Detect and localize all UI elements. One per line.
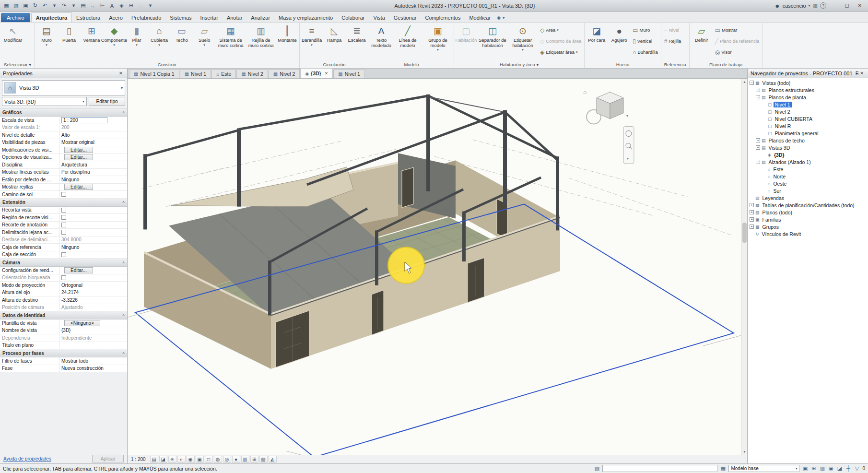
- button-línea-de-modelo[interactable]: ╱Línea de modelo: [393, 24, 422, 60]
- button-ventana[interactable]: ⊞Ventana: [81, 24, 103, 60]
- ribbon-tab-arquitectura[interactable]: Arquitectura: [31, 12, 72, 22]
- section-cámara[interactable]: Cámara˄: [0, 259, 127, 267]
- edit-type-button[interactable]: Editar tipo: [89, 97, 125, 106]
- button-rampa[interactable]: ◺Rampa: [323, 24, 345, 60]
- expander-icon[interactable]: +: [750, 225, 754, 229]
- expander-icon[interactable]: −: [756, 95, 760, 99]
- ribbon-tab-gestionar[interactable]: Gestionar: [389, 13, 421, 22]
- tree-item-grupos[interactable]: +▦Grupos: [748, 223, 868, 230]
- scrollbar-thumb[interactable]: [742, 223, 747, 243]
- section-icon[interactable]: ⊟: [127, 1, 136, 10]
- button-cubierta[interactable]: ⌂Cubierta▾: [148, 24, 170, 60]
- panel-label-referencia[interactable]: Referencia: [662, 61, 688, 68]
- expander-icon[interactable]: +: [756, 138, 760, 142]
- application-menu-icon[interactable]: ▦: [2, 1, 11, 10]
- expander-icon[interactable]: −: [756, 145, 760, 150]
- section-proceso-por-fases[interactable]: Proceso por fases˄: [0, 349, 127, 357]
- expander-icon[interactable]: +: [750, 217, 754, 222]
- tree-item-nivel-r[interactable]: ▢Nivel R: [748, 122, 868, 130]
- checkbox-orientación-bloqueada[interactable]: [61, 275, 66, 280]
- tree-item-tablas-de-planificación-cantidades-todo[interactable]: +▦Tablas de planificación/Cantidades (to…: [748, 201, 868, 209]
- ribbon-tab-colaborar[interactable]: Colaborar: [337, 13, 369, 22]
- button-puerta[interactable]: ▯Puerta: [58, 24, 80, 60]
- worksets-field[interactable]: [602, 465, 717, 472]
- button-separador-de-habitación[interactable]: ◫Separador de habitación: [478, 24, 507, 60]
- temporary-hide-isolate-icon[interactable]: ◎: [223, 456, 231, 463]
- select-pinned-icon[interactable]: ◉: [827, 465, 834, 472]
- scroll-up-icon[interactable]: ▲: [741, 79, 748, 85]
- editable-only-icon[interactable]: ▣: [801, 465, 809, 472]
- tree-item-norte[interactable]: ⌂Norte: [748, 173, 868, 180]
- button-suelo[interactable]: ▱Suelo▾: [193, 24, 215, 60]
- button-rejilla[interactable]: #Rejilla: [662, 35, 683, 47]
- button-vertical[interactable]: ▯Vertical: [631, 35, 660, 47]
- print-icon[interactable]: ▤: [79, 1, 88, 10]
- ribbon-tab-complementos[interactable]: Complementos: [421, 13, 465, 22]
- lock-3d-view-icon[interactable]: ◍: [214, 456, 222, 463]
- ribbon-tab-insertar[interactable]: Insertar: [196, 13, 223, 22]
- view-filter-combo[interactable]: Vista 3D: {3D} ▾: [2, 97, 87, 106]
- default-3d-view-icon[interactable]: ◈: [117, 1, 126, 10]
- button-pilar[interactable]: ▮Pilar▾: [126, 24, 148, 60]
- view-tab-este[interactable]: ⌂Este: [211, 69, 236, 78]
- viewport-scrollbar[interactable]: ▲ ▼: [741, 79, 747, 455]
- tree-item-nivel-cubierta[interactable]: ▢Nivel CUBIERTA: [748, 115, 868, 122]
- button-buhardilla[interactable]: ⌂Buhardilla: [631, 47, 660, 58]
- checkbox-delimitación-lejana-ac[interactable]: [61, 230, 66, 235]
- building-model[interactable]: [128, 95, 741, 389]
- reveal-hidden-elements-icon[interactable]: ●: [232, 456, 240, 463]
- worksets-icon[interactable]: ▧: [593, 465, 600, 472]
- ribbon-tab-anotar[interactable]: Anotar: [223, 13, 246, 22]
- panel-label-plano-de-trabajo[interactable]: Plano de trabajo: [691, 61, 762, 68]
- tree-item-sur[interactable]: ⌂Sur: [748, 187, 868, 194]
- single-door-center[interactable]: [372, 290, 384, 335]
- design-options-select[interactable]: Modelo base ▾: [728, 465, 799, 472]
- button-plantilla-de-vista[interactable]: <Ninguno>: [64, 320, 100, 326]
- worksharing-display-icon[interactable]: ▧: [259, 456, 268, 463]
- button-por-cara[interactable]: ◪Por cara: [586, 24, 608, 60]
- checkbox-recorte-de-anotación[interactable]: [61, 223, 66, 227]
- button-sistema-de-muro-cortina[interactable]: ▦Sistema de muro cortina: [216, 24, 246, 60]
- button-etiquetar-habitación[interactable]: ⊙Etiquetar habitación▾: [508, 24, 538, 60]
- tree-item-{3d}[interactable]: ◈{3D}: [748, 151, 868, 158]
- button-mostrar-rejillas[interactable]: Editar...: [64, 184, 93, 190]
- expander-icon[interactable]: +: [750, 210, 754, 214]
- apply-button[interactable]: Aplicar: [92, 455, 124, 462]
- tree-item-planimetría-general[interactable]: ▢Planimetría general: [748, 130, 868, 137]
- ribbon-tab-analizar[interactable]: Analizar: [246, 13, 274, 22]
- expander-icon[interactable]: −: [750, 81, 754, 85]
- button-definir[interactable]: ▱Definir: [691, 24, 713, 60]
- expander-icon[interactable]: +: [750, 203, 754, 207]
- view-tab-nivel-1-copia-1[interactable]: ▦Nivel 1 Copia 1: [129, 69, 179, 78]
- sync-with-central-icon[interactable]: ↻: [31, 1, 40, 10]
- button-visor[interactable]: ◎Visor: [713, 47, 762, 58]
- view-tab-nivel-1[interactable]: ▦Nivel 1: [180, 69, 211, 78]
- undo-dropdown-icon[interactable]: ▾: [50, 1, 59, 10]
- expander-icon[interactable]: +: [756, 88, 760, 92]
- panel-label-habitación-y-área[interactable]: Habitación y área ▾: [455, 61, 583, 68]
- button-texto-modelado[interactable]: ATexto modelado: [370, 24, 392, 60]
- tree-item-este[interactable]: ⌂Este: [748, 166, 868, 173]
- view-scale-button[interactable]: 1 : 200: [129, 457, 149, 462]
- section-gráficos[interactable]: Gráficos˄: [0, 108, 127, 117]
- button-agujero[interactable]: ●Agujero: [608, 24, 630, 60]
- ribbon-tab-sistemas[interactable]: Sistemas: [165, 13, 196, 22]
- tree-item-planos-de-techo[interactable]: +▤Planos de techo: [748, 137, 868, 144]
- ribbon-tab-prefabricado[interactable]: Prefabricado: [127, 13, 165, 22]
- properties-close-icon[interactable]: ✕: [117, 71, 124, 76]
- account-name[interactable]: cascencio: [783, 3, 806, 9]
- tree-item-alzados-alzado-1[interactable]: −▤Alzados (Alzado 1): [748, 158, 868, 166]
- help-icon[interactable]: ?: [820, 2, 826, 9]
- visual-style-icon[interactable]: ◪: [159, 456, 167, 463]
- panel-label-seleccionar[interactable]: Seleccionar ▾: [2, 61, 33, 68]
- shadows-icon[interactable]: ◐: [177, 456, 186, 463]
- panel-label-construir[interactable]: Construir: [35, 61, 298, 68]
- app-store-icon[interactable]: ▥: [813, 2, 818, 9]
- crop-view-icon[interactable]: ▣: [196, 456, 204, 463]
- design-options-icon[interactable]: ▦: [719, 465, 727, 472]
- button-área[interactable]: ◇Área▾: [538, 24, 583, 35]
- type-selector[interactable]: ⌂ Vista 3D ▾: [2, 80, 125, 95]
- 3d-model-scene[interactable]: ⌂ ▾ ▾: [128, 79, 741, 455]
- navigation-bar[interactable]: ▾: [623, 126, 634, 164]
- drag-on-selection-icon[interactable]: ┼: [845, 465, 852, 472]
